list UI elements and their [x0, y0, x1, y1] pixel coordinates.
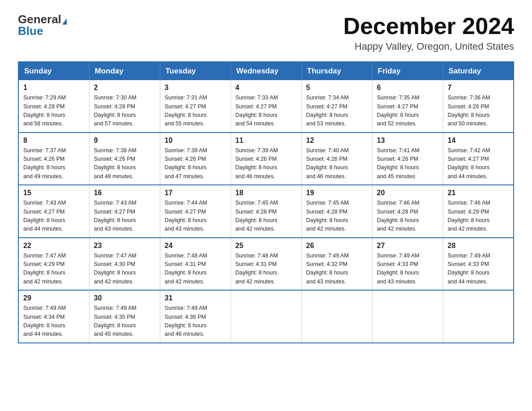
calendar-week-row: 29 Sunrise: 7:49 AMSunset: 4:34 PMDaylig…: [18, 290, 514, 343]
calendar-cell: 19 Sunrise: 7:45 AMSunset: 4:28 PMDaylig…: [301, 185, 372, 238]
day-info: Sunrise: 7:49 AMSunset: 4:33 PMDaylight:…: [377, 253, 420, 285]
day-info: Sunrise: 7:43 AMSunset: 4:27 PMDaylight:…: [94, 200, 137, 232]
location: Happy Valley, Oregon, United States: [343, 41, 514, 52]
day-number: 11: [236, 137, 297, 145]
calendar-cell: 22 Sunrise: 7:47 AMSunset: 4:29 PMDaylig…: [18, 238, 89, 291]
col-friday: Friday: [372, 62, 443, 80]
day-number: 3: [165, 84, 226, 92]
header: General Blue December 2024 Happy Valley,…: [18, 13, 514, 52]
day-info: Sunrise: 7:40 AMSunset: 4:26 PMDaylight:…: [306, 147, 349, 180]
calendar-week-row: 1 Sunrise: 7:29 AMSunset: 4:28 PMDayligh…: [18, 80, 514, 133]
day-info: Sunrise: 7:49 AMSunset: 4:35 PMDaylight:…: [94, 305, 137, 337]
calendar-cell: 28 Sunrise: 7:49 AMSunset: 4:33 PMDaylig…: [443, 238, 514, 291]
day-number: 27: [377, 242, 438, 250]
day-number: 2: [94, 84, 155, 92]
day-number: 25: [236, 242, 297, 250]
calendar-table: Sunday Monday Tuesday Wednesday Thursday…: [18, 61, 514, 343]
col-monday: Monday: [89, 62, 160, 80]
day-number: 15: [23, 189, 85, 197]
day-info: Sunrise: 7:49 AMSunset: 4:32 PMDaylight:…: [306, 253, 349, 285]
day-number: 26: [306, 242, 368, 250]
calendar-week-row: 15 Sunrise: 7:43 AMSunset: 4:27 PMDaylig…: [18, 185, 514, 238]
day-number: 17: [165, 189, 226, 197]
calendar-cell: 20 Sunrise: 7:46 AMSunset: 4:28 PMDaylig…: [372, 185, 443, 238]
day-number: 13: [377, 137, 438, 145]
calendar-cell: 17 Sunrise: 7:44 AMSunset: 4:27 PMDaylig…: [160, 185, 231, 238]
calendar-cell: 2 Sunrise: 7:30 AMSunset: 4:28 PMDayligh…: [89, 80, 160, 133]
day-number: 23: [94, 242, 155, 250]
day-number: 21: [448, 189, 509, 197]
day-number: 19: [306, 189, 368, 197]
day-info: Sunrise: 7:49 AMSunset: 4:36 PMDaylight:…: [165, 305, 207, 337]
col-tuesday: Tuesday: [160, 62, 231, 80]
calendar-cell: 16 Sunrise: 7:43 AMSunset: 4:27 PMDaylig…: [89, 185, 160, 238]
calendar-week-row: 8 Sunrise: 7:37 AMSunset: 4:26 PMDayligh…: [18, 133, 514, 185]
calendar-cell: 24 Sunrise: 7:48 AMSunset: 4:31 PMDaylig…: [160, 238, 231, 291]
calendar-cell: 10 Sunrise: 7:39 AMSunset: 4:26 PMDaylig…: [160, 133, 231, 185]
day-number: 7: [448, 84, 509, 92]
calendar-cell: 12 Sunrise: 7:40 AMSunset: 4:26 PMDaylig…: [301, 133, 372, 185]
header-row: Sunday Monday Tuesday Wednesday Thursday…: [18, 62, 514, 80]
day-number: 5: [306, 84, 368, 92]
day-info: Sunrise: 7:46 AMSunset: 4:29 PMDaylight:…: [448, 200, 490, 232]
calendar-cell: 4 Sunrise: 7:33 AMSunset: 4:27 PMDayligh…: [231, 80, 301, 133]
calendar-cell: [372, 290, 443, 343]
day-info: Sunrise: 7:44 AMSunset: 4:27 PMDaylight:…: [165, 200, 207, 232]
day-number: 16: [94, 189, 155, 197]
day-number: 20: [377, 189, 438, 197]
calendar-cell: [231, 290, 301, 343]
logo-blue-text: Blue: [18, 24, 43, 38]
day-info: Sunrise: 7:39 AMSunset: 4:26 PMDaylight:…: [165, 147, 207, 180]
day-info: Sunrise: 7:41 AMSunset: 4:26 PMDaylight:…: [377, 147, 420, 180]
day-number: 30: [94, 294, 155, 302]
calendar-cell: 7 Sunrise: 7:36 AMSunset: 4:26 PMDayligh…: [443, 80, 514, 133]
day-number: 4: [236, 84, 297, 92]
day-info: Sunrise: 7:45 AMSunset: 4:28 PMDaylight:…: [306, 200, 349, 232]
day-number: 24: [165, 242, 226, 250]
day-info: Sunrise: 7:49 AMSunset: 4:33 PMDaylight:…: [448, 253, 490, 285]
day-info: Sunrise: 7:47 AMSunset: 4:30 PMDaylight:…: [94, 253, 137, 285]
day-info: Sunrise: 7:35 AMSunset: 4:27 PMDaylight:…: [377, 94, 420, 127]
calendar-cell: 13 Sunrise: 7:41 AMSunset: 4:26 PMDaylig…: [372, 133, 443, 185]
day-info: Sunrise: 7:47 AMSunset: 4:29 PMDaylight:…: [23, 253, 66, 285]
calendar-cell: 1 Sunrise: 7:29 AMSunset: 4:28 PMDayligh…: [18, 80, 89, 133]
day-number: 6: [377, 84, 438, 92]
calendar-cell: [301, 290, 372, 343]
col-thursday: Thursday: [301, 62, 372, 80]
title-area: December 2024 Happy Valley, Oregon, Unit…: [343, 13, 514, 52]
day-info: Sunrise: 7:48 AMSunset: 4:31 PMDaylight:…: [236, 253, 278, 285]
calendar-cell: 27 Sunrise: 7:49 AMSunset: 4:33 PMDaylig…: [372, 238, 443, 291]
logo-general-line: General: [18, 13, 67, 25]
calendar-week-row: 22 Sunrise: 7:47 AMSunset: 4:29 PMDaylig…: [18, 238, 514, 291]
day-info: Sunrise: 7:31 AMSunset: 4:27 PMDaylight:…: [165, 94, 207, 127]
calendar-cell: 5 Sunrise: 7:34 AMSunset: 4:27 PMDayligh…: [301, 80, 372, 133]
day-info: Sunrise: 7:42 AMSunset: 4:27 PMDaylight:…: [448, 147, 490, 180]
day-info: Sunrise: 7:36 AMSunset: 4:26 PMDaylight:…: [448, 94, 490, 127]
calendar-cell: 26 Sunrise: 7:49 AMSunset: 4:32 PMDaylig…: [301, 238, 372, 291]
calendar-cell: 23 Sunrise: 7:47 AMSunset: 4:30 PMDaylig…: [89, 238, 160, 291]
day-number: 22: [23, 242, 85, 250]
day-number: 8: [23, 137, 85, 145]
calendar-cell: 8 Sunrise: 7:37 AMSunset: 4:26 PMDayligh…: [18, 133, 89, 185]
day-number: 28: [448, 242, 509, 250]
calendar-header: Sunday Monday Tuesday Wednesday Thursday…: [18, 62, 514, 80]
col-saturday: Saturday: [443, 62, 514, 80]
day-number: 12: [306, 137, 368, 145]
day-info: Sunrise: 7:46 AMSunset: 4:28 PMDaylight:…: [377, 200, 420, 232]
calendar-cell: 29 Sunrise: 7:49 AMSunset: 4:34 PMDaylig…: [18, 290, 89, 343]
calendar-cell: 11 Sunrise: 7:39 AMSunset: 4:26 PMDaylig…: [231, 133, 301, 185]
day-info: Sunrise: 7:34 AMSunset: 4:27 PMDaylight:…: [306, 94, 349, 127]
calendar-cell: 18 Sunrise: 7:45 AMSunset: 4:28 PMDaylig…: [231, 185, 301, 238]
calendar-cell: 6 Sunrise: 7:35 AMSunset: 4:27 PMDayligh…: [372, 80, 443, 133]
day-number: 29: [23, 294, 85, 302]
day-info: Sunrise: 7:29 AMSunset: 4:28 PMDaylight:…: [23, 94, 66, 127]
month-title: December 2024: [343, 13, 514, 39]
day-info: Sunrise: 7:30 AMSunset: 4:28 PMDaylight:…: [94, 94, 137, 127]
calendar-cell: 15 Sunrise: 7:43 AMSunset: 4:27 PMDaylig…: [18, 185, 89, 238]
calendar-cell: 30 Sunrise: 7:49 AMSunset: 4:35 PMDaylig…: [89, 290, 160, 343]
day-info: Sunrise: 7:39 AMSunset: 4:26 PMDaylight:…: [236, 147, 278, 180]
calendar-cell: 25 Sunrise: 7:48 AMSunset: 4:31 PMDaylig…: [231, 238, 301, 291]
calendar-cell: 3 Sunrise: 7:31 AMSunset: 4:27 PMDayligh…: [160, 80, 231, 133]
day-info: Sunrise: 7:45 AMSunset: 4:28 PMDaylight:…: [236, 200, 278, 232]
col-wednesday: Wednesday: [231, 62, 301, 80]
